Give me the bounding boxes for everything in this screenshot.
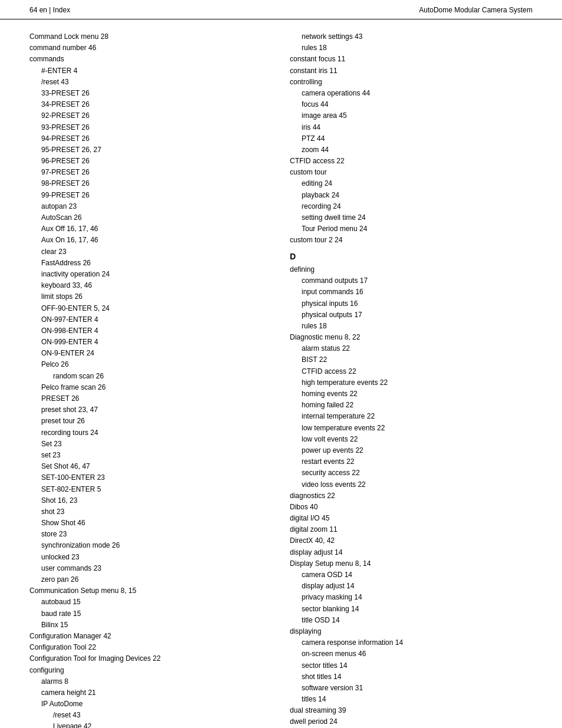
list-item: dual streaming 39 [290, 705, 533, 716]
list-item: shot 23 [29, 506, 272, 518]
list-item: display adjust 14 [290, 581, 533, 592]
list-item: PRESET 26 [29, 393, 272, 404]
page-header: 64 en | Index AutoDome Modular Camera Sy… [0, 0, 562, 19]
list-item: limit stops 26 [29, 291, 272, 302]
list-item: 98-PRESET 26 [29, 178, 272, 189]
list-item: rules 18 [290, 321, 533, 332]
list-item: low temperature events 22 [290, 423, 533, 434]
list-item: ON-998-ENTER 4 [29, 325, 272, 337]
list-item: commands [29, 54, 272, 65]
list-item: Aux Off 16, 17, 46 [29, 223, 272, 235]
list-item: /reset 43 [29, 710, 272, 721]
list-item: 94-PRESET 26 [29, 133, 272, 144]
list-item: 96-PRESET 26 [29, 156, 272, 167]
list-item: user commands 23 [29, 563, 272, 574]
list-item: setting dwell time 24 [290, 212, 533, 223]
list-item: /reset 43 [29, 77, 272, 88]
list-item: camera OSD 14 [290, 569, 533, 581]
list-item: network settings 43 [290, 31, 533, 42]
list-item: configuring [29, 665, 272, 676]
list-item: #-ENTER 4 [29, 65, 272, 77]
list-item: Display Setup menu 8, 14 [290, 558, 533, 569]
list-item: dwell period 24 [290, 716, 533, 727]
list-item: Communication Setup menu 8, 15 [29, 585, 272, 597]
list-item: displaying [290, 626, 533, 637]
list-item: synchronization mode 26 [29, 540, 272, 551]
list-item: Diagnostic menu 8, 22 [290, 332, 533, 343]
list-item: IP AutoDome [29, 699, 272, 710]
list-item: custom tour [290, 167, 533, 178]
list-item: OFF-90-ENTER 5, 24 [29, 303, 272, 314]
list-item: 97-PRESET 26 [29, 167, 272, 178]
list-item: camera response information 14 [290, 637, 533, 648]
list-item: input commands 16 [290, 286, 533, 298]
list-item: alarms 8 [29, 676, 272, 687]
list-item: digital I/O 45 [290, 513, 533, 524]
list-item: physical inputs 16 [290, 298, 533, 309]
list-item: DirectX 40, 42 [290, 535, 533, 546]
list-item: 95-PRESET 26, 27 [29, 144, 272, 156]
list-item: playback 24 [290, 190, 533, 201]
list-item: FastAddress 26 [29, 258, 272, 269]
list-item: SET-802-ENTER 5 [29, 484, 272, 495]
page: 64 en | Index AutoDome Modular Camera Sy… [0, 0, 562, 728]
list-item: zero pan 26 [29, 574, 272, 585]
list-item: AutoScan 26 [29, 212, 272, 223]
list-item: low volt events 22 [290, 434, 533, 445]
right-column: network settings 43rules 18constant focu… [290, 31, 533, 728]
list-item: title OSD 14 [290, 615, 533, 626]
list-item: 92-PRESET 26 [29, 110, 272, 121]
left-column: Command Lock menu 28command number 46com… [29, 31, 272, 728]
list-item: alarm status 22 [290, 343, 533, 354]
list-item: Command Lock menu 28 [29, 31, 272, 42]
list-item: zoom 44 [290, 144, 533, 156]
section-heading: D [290, 250, 533, 263]
list-item: camera height 21 [29, 687, 272, 699]
list-item: 93-PRESET 26 [29, 122, 272, 133]
list-item: Livepage 42 [29, 721, 272, 728]
list-item: inactivity operation 24 [29, 269, 272, 280]
list-item: keyboard 33, 46 [29, 280, 272, 291]
list-item: clear 23 [29, 246, 272, 258]
list-item: SET-100-ENTER 23 [29, 472, 272, 483]
list-item: constant focus 11 [290, 54, 533, 65]
list-item: digital zoom 11 [290, 524, 533, 535]
list-item: sector titles 14 [290, 660, 533, 671]
list-item: CTFID access 22 [290, 156, 533, 167]
list-item: command outputs 17 [290, 275, 533, 286]
list-item: CTFID access 22 [290, 366, 533, 377]
header-left: 64 en | Index [29, 6, 70, 14]
list-item: recording 24 [290, 201, 533, 212]
list-item: unlocked 23 [29, 552, 272, 563]
list-item: Bilinx 15 [29, 620, 272, 631]
list-item: Tour Period menu 24 [290, 223, 533, 235]
list-item: ON-999-ENTER 4 [29, 337, 272, 348]
list-item: preset tour 26 [29, 416, 272, 427]
list-item: physical outputs 17 [290, 309, 533, 321]
list-item: titles 14 [290, 694, 533, 705]
list-item: ON-9-ENTER 24 [29, 348, 272, 359]
list-item: high temperature events 22 [290, 377, 533, 388]
list-item: BIST 22 [290, 354, 533, 365]
list-item: homing failed 22 [290, 400, 533, 411]
list-item: video loss events 22 [290, 479, 533, 490]
list-item: display adjust 14 [290, 547, 533, 558]
list-item: focus 44 [290, 99, 533, 110]
list-item: Configuration Tool 22 [29, 642, 272, 653]
list-item: security access 22 [290, 467, 533, 479]
list-item: PTZ 44 [290, 133, 533, 144]
list-item: Shot 16, 23 [29, 495, 272, 506]
list-item: random scan 26 [29, 371, 272, 382]
list-item: homing events 22 [290, 388, 533, 400]
list-item: controlling [290, 77, 533, 88]
list-item: iris 44 [290, 122, 533, 133]
list-item: diagnostics 22 [290, 490, 533, 502]
list-item: editing 24 [290, 178, 533, 189]
list-item: camera operations 44 [290, 88, 533, 99]
list-item: image area 45 [290, 110, 533, 121]
list-item: preset shot 23, 47 [29, 404, 272, 416]
list-item: autopan 23 [29, 201, 272, 212]
list-item: Set Shot 46, 47 [29, 461, 272, 472]
list-item: Configuration Manager 42 [29, 631, 272, 642]
list-item: baud rate 15 [29, 608, 272, 620]
